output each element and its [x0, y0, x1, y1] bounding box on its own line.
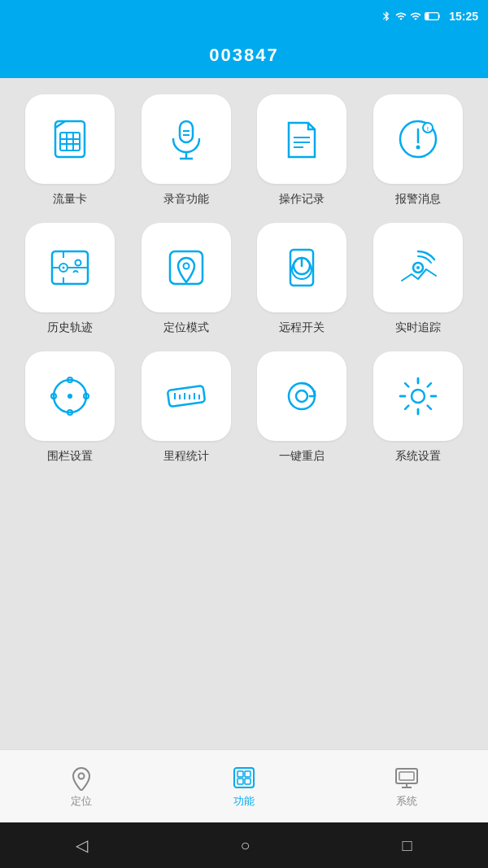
grid-item-mileage-stat[interactable]: 里程统计: [133, 351, 241, 464]
track-icon: [47, 245, 93, 290]
grid-item-fence-setting[interactable]: 围栏设置: [16, 351, 124, 464]
home-button[interactable]: ○: [240, 836, 250, 855]
recents-button[interactable]: □: [402, 836, 412, 855]
grid-item-location-mode[interactable]: 定位模式: [133, 223, 241, 335]
status-icons: 15:25: [381, 10, 478, 23]
svg-rect-30: [170, 251, 203, 284]
main-content: 流量卡 录音功能: [0, 78, 488, 749]
power-icon: [279, 245, 325, 290]
nav-item-function[interactable]: 功能: [163, 765, 325, 809]
nav-label-system: 系统: [396, 794, 417, 809]
svg-point-36: [416, 266, 420, 269]
label-voice-record: 录音功能: [163, 192, 209, 207]
header: 003847: [0, 33, 488, 78]
grid-item-remote-switch[interactable]: 远程开关: [248, 223, 356, 335]
svg-rect-54: [234, 768, 254, 787]
bottom-nav: 定位 功能 系统: [0, 749, 488, 822]
icon-box-sim: [25, 94, 115, 184]
label-remote-switch: 远程开关: [279, 321, 325, 335]
svg-point-38: [68, 394, 72, 399]
icon-box-fence: [25, 351, 115, 441]
icon-box-mic: [142, 94, 231, 184]
svg-rect-62: [399, 772, 414, 780]
fence-icon: [47, 373, 93, 419]
doc-icon: [279, 116, 325, 162]
ruler-icon: [163, 373, 209, 419]
svg-rect-58: [245, 779, 251, 784]
settings-icon: [395, 373, 441, 419]
label-system-setting: 系统设置: [395, 449, 441, 464]
svg-point-53: [79, 773, 85, 779]
svg-text:!: !: [427, 126, 429, 132]
grid-item-system-setting[interactable]: 系统设置: [364, 351, 473, 464]
svg-rect-55: [237, 771, 243, 777]
label-one-key-restart: 一键重启: [279, 449, 325, 464]
mic-icon: [163, 116, 209, 162]
svg-point-31: [183, 264, 189, 269]
grid-item-operation-log[interactable]: 操作记录: [248, 94, 356, 207]
alert-icon: !: [395, 116, 441, 162]
grid-item-one-key-restart[interactable]: 一键重启: [248, 351, 356, 464]
label-realtime-track: 实时追踪: [395, 321, 441, 335]
label-fence-setting: 围栏设置: [47, 449, 93, 464]
nav-item-system[interactable]: 系统: [325, 765, 488, 809]
svg-rect-56: [245, 771, 251, 777]
nav-item-location[interactable]: 定位: [0, 765, 163, 809]
label-location-mode: 定位模式: [163, 321, 209, 335]
svg-point-24: [63, 267, 65, 269]
label-operation-log: 操作记录: [279, 192, 325, 207]
time-display: 15:25: [449, 10, 478, 23]
label-mileage-stat: 里程统计: [163, 449, 209, 464]
realtime-icon: [395, 245, 441, 290]
system-bar: ◁ ○ □: [0, 822, 488, 868]
location-icon: [163, 245, 209, 290]
grid-item-history-track[interactable]: 历史轨迹: [16, 223, 124, 335]
icon-box-realtime: [373, 223, 463, 312]
nav-label-function: 功能: [233, 794, 255, 809]
nav-system-icon: [394, 765, 420, 791]
label-history-track: 历史轨迹: [47, 321, 93, 335]
nav-function-icon: [231, 765, 257, 791]
sim-icon: [47, 116, 93, 162]
status-bar: 15:25: [0, 0, 488, 33]
grid-item-voice-record[interactable]: 录音功能: [133, 94, 241, 207]
icon-box-alert: !: [373, 94, 463, 184]
nav-label-location: 定位: [71, 794, 92, 809]
svg-rect-1: [425, 13, 429, 20]
svg-point-19: [416, 146, 420, 150]
grid-item-realtime-track[interactable]: 实时追踪: [364, 223, 473, 335]
icon-box-track: [25, 223, 115, 312]
svg-point-29: [76, 260, 81, 266]
nav-location-icon: [68, 765, 94, 791]
label-sim-card: 流量卡: [53, 192, 87, 207]
svg-point-52: [412, 390, 425, 403]
restart-icon: [279, 373, 325, 419]
icon-box-settings: [373, 351, 463, 441]
page-title: 003847: [209, 45, 278, 66]
svg-point-51: [296, 390, 307, 402]
grid-item-sim-card[interactable]: 流量卡: [16, 94, 124, 207]
svg-rect-4: [60, 133, 80, 150]
grid-item-alarm-message[interactable]: ! 报警消息: [364, 94, 473, 207]
icon-box-restart: [257, 351, 346, 441]
icon-box-doc: [257, 94, 346, 184]
back-button[interactable]: ◁: [76, 835, 88, 855]
icon-box-location: [142, 223, 231, 312]
app-grid: 流量卡 录音功能: [16, 94, 472, 464]
svg-rect-57: [237, 779, 243, 784]
icon-box-power: [257, 223, 346, 312]
icon-box-ruler: [142, 351, 231, 441]
label-alarm-message: 报警消息: [395, 192, 441, 207]
